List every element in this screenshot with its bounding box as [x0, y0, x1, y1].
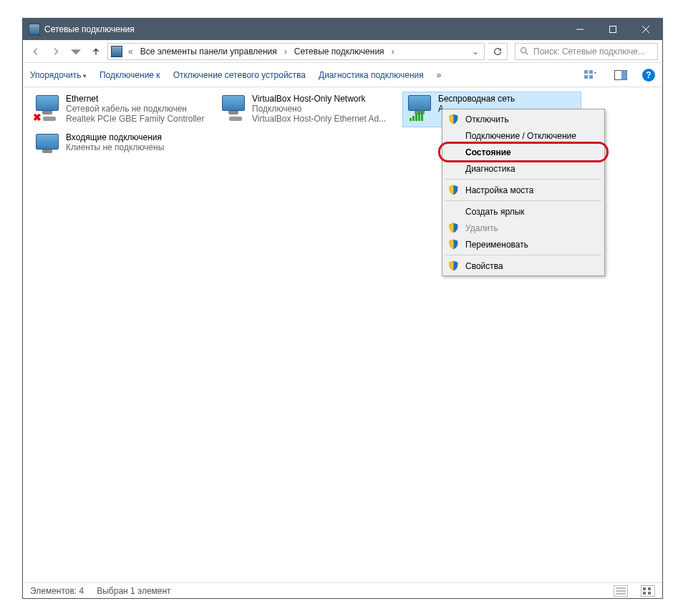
connection-item-virtualbox[interactable]: VirtualBox Host-Only Network Подключено …: [216, 92, 395, 127]
menu-separator: [445, 255, 601, 255]
address-dropdown[interactable]: ⌄: [470, 47, 481, 57]
svg-rect-9: [648, 587, 651, 590]
item-name: VirtualBox Host-Only Network: [252, 94, 392, 104]
refresh-button[interactable]: [488, 43, 508, 60]
breadcrumb-item[interactable]: Сетевые подключения: [293, 47, 386, 57]
item-count: Элементов: 4: [30, 586, 84, 596]
back-button[interactable]: [27, 43, 44, 60]
app-icon: [29, 24, 40, 35]
svg-rect-0: [610, 26, 616, 33]
search-placeholder: Поиск: Сетевые подключе...: [533, 47, 645, 57]
shield-icon: [448, 185, 459, 195]
menu-label: Отключить: [465, 114, 509, 124]
menu-rename[interactable]: Переименовать: [444, 236, 603, 253]
menu-label: Диагностика: [465, 164, 515, 174]
navigation-bar: « Все элементы панели управления › Сетев…: [23, 40, 662, 63]
search-icon: [520, 47, 529, 56]
wireless-icon: [405, 94, 434, 122]
menu-separator: [445, 179, 601, 180]
svg-rect-4: [584, 75, 588, 79]
status-bar: Элементов: 4 Выбран 1 элемент: [23, 582, 662, 598]
preview-pane-button[interactable]: [612, 67, 629, 84]
item-name: Беспроводная сеть: [438, 94, 578, 104]
svg-rect-8: [643, 587, 646, 590]
disable-device-button[interactable]: Отключение сетевого устройства: [173, 70, 306, 80]
item-status: Клиенты не подключены: [66, 142, 206, 152]
menu-diagnose[interactable]: Диагностика: [444, 160, 603, 177]
command-bar: Упорядочить Подключение к Отключение сет…: [23, 63, 662, 87]
svg-point-1: [521, 48, 526, 53]
forward-button[interactable]: [47, 43, 64, 60]
shield-icon: [448, 239, 459, 250]
item-device: VirtualBox Host-Only Ethernet Ad...: [252, 114, 392, 124]
ethernet-icon: [219, 94, 248, 122]
breadcrumb-item[interactable]: Все элементы панели управления: [139, 47, 278, 57]
svg-rect-2: [584, 70, 588, 74]
diagnose-button[interactable]: Диагностика подключения: [319, 70, 424, 80]
menu-delete[interactable]: Удалить: [444, 220, 603, 236]
search-box[interactable]: Поиск: Сетевые подключе...: [515, 43, 658, 60]
svg-rect-11: [648, 592, 651, 595]
overflow-button[interactable]: »: [437, 70, 442, 80]
item-name: Ethernet: [66, 94, 206, 104]
selection-count: Выбран 1 элемент: [97, 586, 170, 596]
menu-label: Подключение / Отключение: [465, 131, 576, 141]
connection-item-incoming[interactable]: Входящие подключения Клиенты не подключе…: [30, 130, 209, 166]
close-button[interactable]: [629, 19, 662, 40]
highlight-ring: [438, 142, 609, 162]
address-bar[interactable]: « Все элементы панели управления › Сетев…: [107, 43, 485, 60]
content-area: ✖ Ethernet Сетевой кабель не подключен R…: [23, 87, 662, 582]
titlebar[interactable]: Сетевые подключения: [23, 19, 662, 40]
menu-label: Настройка моста: [465, 185, 533, 195]
menu-label: Свойства: [465, 261, 503, 271]
menu-properties[interactable]: Свойства: [444, 258, 603, 274]
shield-icon: [448, 114, 459, 124]
svg-rect-3: [589, 70, 593, 74]
menu-create-shortcut[interactable]: Создать ярлык: [444, 203, 603, 220]
breadcrumb-separator: «: [125, 47, 136, 57]
window-title: Сетевые подключения: [44, 24, 563, 34]
item-name: Входящие подключения: [66, 132, 206, 142]
ethernet-icon: ✖: [33, 94, 62, 122]
connection-item-ethernet[interactable]: ✖ Ethernet Сетевой кабель не подключен R…: [30, 92, 209, 127]
shield-icon: [448, 223, 459, 233]
recent-dropdown[interactable]: [67, 43, 84, 60]
svg-rect-10: [643, 592, 646, 595]
incoming-icon: [33, 132, 62, 161]
details-view-button[interactable]: [614, 585, 628, 597]
menu-label: Создать ярлык: [465, 207, 525, 217]
svg-rect-7: [621, 70, 627, 79]
maximize-button[interactable]: [596, 19, 629, 40]
up-button[interactable]: [87, 43, 105, 60]
connect-to-button[interactable]: Подключение к: [100, 70, 160, 80]
shield-icon: [448, 260, 459, 271]
menu-connect-disconnect[interactable]: Подключение / Отключение: [444, 127, 603, 144]
context-menu: Отключить Подключение / Отключение Состо…: [442, 109, 605, 276]
help-button[interactable]: ?: [642, 69, 655, 82]
item-status: Подключено: [252, 104, 392, 114]
item-status: Сетевой кабель не подключен: [66, 104, 206, 114]
menu-label: Удалить: [465, 223, 498, 233]
breadcrumb-separator: ›: [281, 47, 290, 57]
menu-status[interactable]: Состояние: [444, 144, 603, 160]
item-device: Realtek PCIe GBE Family Controller: [66, 114, 206, 124]
location-icon: [111, 46, 122, 57]
minimize-button[interactable]: [563, 19, 596, 40]
svg-rect-5: [589, 75, 593, 79]
menu-label: Состояние: [465, 147, 511, 157]
menu-separator: [445, 200, 601, 201]
view-options-button[interactable]: [582, 67, 599, 84]
menu-bridge[interactable]: Настройка моста: [444, 182, 603, 198]
window-frame: Сетевые подключения « Все элементы панел…: [22, 18, 663, 599]
breadcrumb-separator: ›: [389, 47, 397, 57]
menu-label: Переименовать: [465, 240, 528, 250]
icons-view-button[interactable]: [641, 585, 655, 597]
menu-disable[interactable]: Отключить: [444, 111, 603, 127]
organize-menu[interactable]: Упорядочить: [30, 70, 87, 80]
